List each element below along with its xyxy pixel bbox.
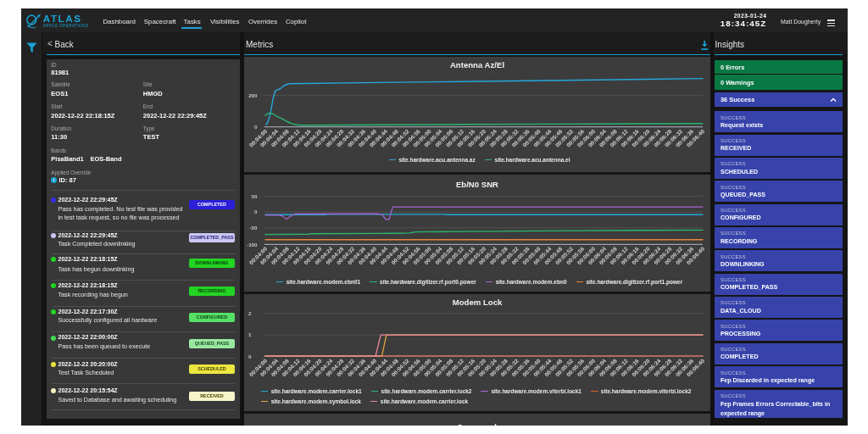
- svg-text:0: 0: [254, 124, 258, 130]
- svg-text:-50: -50: [250, 225, 259, 231]
- svg-text:200: 200: [248, 92, 258, 98]
- svg-text:Modem Lock: Modem Lock: [453, 298, 503, 307]
- svg-text:-100: -100: [247, 242, 258, 248]
- svg-text:0: 0: [248, 353, 252, 359]
- svg-text:2: 2: [248, 310, 252, 316]
- svg-text:Antenna Az/El: Antenna Az/El: [450, 60, 504, 70]
- svg-text:1: 1: [248, 331, 252, 337]
- svg-text:Eb/N0 SNR: Eb/N0 SNR: [456, 180, 498, 189]
- svg-text:0: 0: [254, 209, 258, 214]
- svg-text:50: 50: [252, 193, 258, 199]
